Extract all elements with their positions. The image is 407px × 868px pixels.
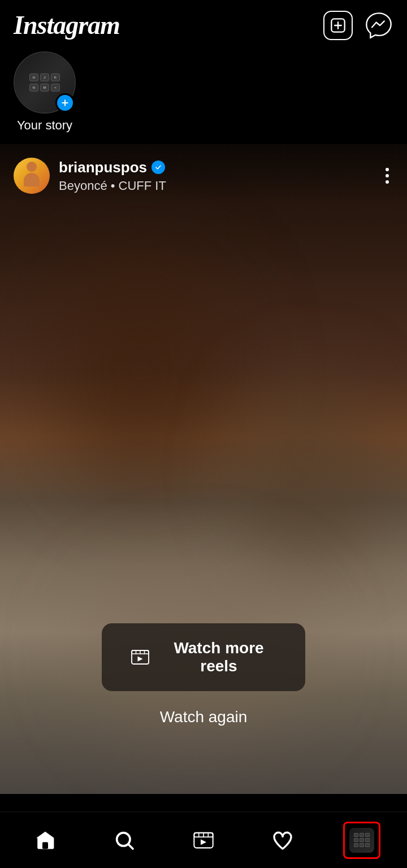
watch-again-label: Watch again [160, 708, 248, 726]
nav-notifications[interactable] [243, 812, 322, 868]
verified-badge [151, 160, 165, 174]
messenger-button[interactable] [364, 11, 393, 40]
reel-blur-overlay-2 [237, 370, 379, 568]
add-post-button[interactable] [323, 11, 353, 40]
add-story-button[interactable] [55, 93, 75, 112]
watch-more-label: Watch more reels [161, 639, 277, 675]
your-story-item[interactable]: H J K N M < Your story [14, 51, 76, 133]
username-text: brianpuspos [59, 159, 147, 176]
home-icon [34, 829, 57, 852]
avatar-inner [14, 158, 50, 194]
post-user-text: brianpuspos Beyoncé • CUFF IT [59, 159, 166, 193]
nav-search[interactable] [85, 812, 164, 868]
nav-keyboard-preview [349, 828, 374, 853]
bottom-nav [0, 811, 407, 868]
post-subtitle: Beyoncé • CUFF IT [59, 179, 166, 193]
nav-home[interactable] [6, 812, 85, 868]
avatar-body [24, 173, 40, 186]
header: Instagram [0, 0, 407, 46]
avatar-head [27, 162, 37, 172]
nav-reels[interactable] [164, 812, 243, 868]
post-header: brianpuspos Beyoncé • CUFF IT [0, 144, 407, 203]
active-nav-highlight [343, 822, 380, 859]
nav-profile-avatar [349, 828, 374, 853]
svg-marker-19 [201, 839, 206, 845]
messenger-icon [364, 11, 393, 40]
svg-line-13 [129, 844, 133, 849]
checkmark-icon [154, 163, 162, 171]
svg-marker-10 [138, 657, 143, 662]
header-icons [323, 11, 393, 40]
your-story-avatar-wrap: H J K N M < [14, 51, 76, 114]
dot-3 [386, 180, 389, 184]
plus-square-icon [330, 18, 346, 33]
search-icon [113, 829, 136, 852]
avatar-silhouette [20, 162, 43, 190]
post-avatar[interactable] [14, 158, 50, 194]
plus-icon [60, 98, 70, 107]
stories-row: H J K N M < Your story [0, 46, 407, 144]
reel-actions: Watch more reels Watch again [0, 623, 407, 726]
watch-more-reels-button[interactable]: Watch more reels [102, 623, 305, 691]
reel-area: brianpuspos Beyoncé • CUFF IT [0, 144, 407, 794]
reels-nav-icon [192, 829, 215, 852]
reel-blur-overlay-1 [57, 257, 226, 483]
post-username[interactable]: brianpuspos [59, 159, 166, 176]
reels-icon [130, 647, 150, 667]
dot-1 [386, 168, 389, 171]
heart-icon [271, 829, 294, 852]
dot-2 [386, 174, 389, 177]
nav-profile[interactable] [322, 812, 401, 868]
post-more-options-button[interactable] [381, 163, 393, 188]
your-story-label: Your story [17, 118, 72, 133]
svg-rect-11 [42, 842, 48, 849]
instagram-logo: Instagram [14, 10, 120, 40]
three-dots-icon [386, 168, 389, 184]
watch-again-button[interactable]: Watch again [160, 708, 248, 726]
post-user-info: brianpuspos Beyoncé • CUFF IT [14, 158, 166, 194]
